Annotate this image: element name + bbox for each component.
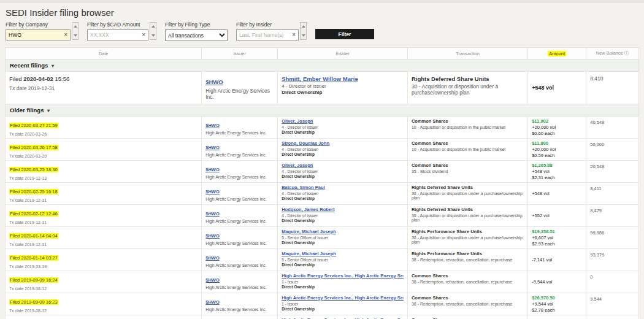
new-balance-cell: 9,544 — [586, 293, 639, 315]
insider-link[interactable]: High Arctic Energy Services Inc., High A… — [282, 273, 404, 279]
filing-row: Filed 2019-09-09 16:23 Tx date 2019-08-1… — [6, 293, 639, 315]
issuer-ticker-link[interactable]: $HWO — [205, 255, 220, 261]
transaction-column-header: Transaction — [407, 48, 527, 60]
filed-date: Filed 2020-03-27 21:59 — [9, 123, 58, 128]
filed-date: Filed 2019-09-09 16:23 — [9, 299, 58, 305]
issuer-cell: $HWO High Arctic Energy Services Inc. — [202, 183, 278, 205]
transaction-type: 30 - Acquisition or disposition under a … — [412, 191, 524, 200]
amount-filter-input[interactable] — [88, 32, 139, 38]
amount-filter-spinner[interactable] — [150, 22, 156, 40]
insider-cell: Maguire, Michael Joseph 5 - Senior Offic… — [278, 249, 408, 271]
spinner-up-icon[interactable] — [74, 25, 77, 28]
security-type: Rights Deferred Share Units — [412, 207, 524, 212]
insider-role: 4 - Director of Issuer — [282, 147, 404, 152]
filing-row-recent: Filed 2020-04-02 15:56 Tx date 2019-12-3… — [6, 72, 639, 104]
insider-link[interactable]: Batcup, Simon Paul — [282, 185, 404, 190]
info-icon[interactable]: ⓘ — [624, 50, 629, 56]
recent-filings-toggle[interactable]: Recent filings ▾ — [6, 60, 639, 72]
clear-insider-icon[interactable]: × — [289, 32, 298, 38]
new-balance-cell: 40,548 — [586, 117, 639, 139]
amount-cell: +548 vol — [528, 72, 586, 104]
security-type: Rights Performance Share Units — [412, 229, 524, 234]
amount-cell: $19,358.51 +6,607 vol $2.93 each — [528, 227, 586, 249]
issuer-ticker-link[interactable]: $HWO — [205, 211, 220, 217]
older-rows-body: Filed 2020-03-27 21:59 Tx date 2020-03-2… — [6, 117, 639, 319]
insider-link[interactable]: Oliver, Joseph — [282, 118, 404, 124]
date-cell: Filed 2019-09-09 16:23 Tx date 2019-08-0… — [6, 315, 202, 319]
clear-amount-icon[interactable]: × — [139, 32, 148, 38]
date-column-header: Date — [6, 48, 202, 60]
amount-volume: -7,141 vol — [532, 257, 582, 263]
insider-filter-spinner[interactable] — [300, 22, 307, 40]
ownership-type: Direct Ownership — [282, 263, 404, 267]
insider-filter-input[interactable] — [237, 32, 289, 38]
issuer-ticker-link[interactable]: $HWO — [205, 167, 220, 172]
date-cell: Filed 2020-01-14 04:04 Tx date 2019-12-3… — [6, 227, 202, 249]
spinner-down-icon[interactable] — [74, 34, 77, 37]
company-filter-spinner[interactable] — [72, 22, 79, 40]
spinner-up-icon[interactable] — [302, 25, 305, 28]
older-filings-toggle[interactable]: Older filings ▾ — [6, 104, 639, 117]
amount-volume: +548 vol — [532, 191, 582, 196]
insider-link[interactable]: Maguire, Michael Joseph — [282, 251, 404, 256]
filing-type-select[interactable]: All transactions — [165, 29, 228, 41]
security-type: Common Shares — [412, 140, 524, 146]
insider-cell: Batcup, Simon Paul 4 - Director of Issue… — [278, 183, 408, 205]
security-type: Common Shares — [412, 163, 524, 168]
issuer-ticker-link[interactable]: $HWO — [205, 145, 220, 150]
issuer-ticker-link[interactable]: $HWO — [205, 299, 220, 305]
spinner-down-icon[interactable] — [302, 34, 305, 37]
clear-company-icon[interactable]: × — [61, 32, 70, 38]
transaction-cell: Rights Deferred Share Units 30 - Acquisi… — [407, 205, 527, 227]
insider-cell: Oliver, Joseph 4 - Director of Issuer Di… — [278, 117, 408, 139]
insider-link[interactable]: Maguire, Michael Joseph — [282, 229, 404, 234]
amount-volume: +20,000 vol — [532, 147, 582, 152]
filing-row: Filed 2020-02-12 12:46 Tx date 2019-12-3… — [6, 205, 639, 227]
issuer-ticker-link[interactable]: $HWO — [205, 233, 220, 239]
security-type: Rights Deferred Share Units — [412, 75, 524, 82]
insider-link[interactable]: Shmitt, Ember Willow Marie — [282, 75, 404, 82]
amount-price-each: $0.59 each — [532, 153, 582, 158]
insider-link[interactable]: High Arctic Energy Services Inc., High A… — [282, 295, 404, 301]
amount-cad: $26,570.50 — [532, 295, 582, 301]
issuer-name: High Arctic Energy Services Inc. — [205, 241, 274, 245]
ownership-type: Direct Ownership — [282, 174, 404, 179]
company-filter-group: Filter by Company × — [6, 21, 79, 40]
tx-date: Tx date 2019-12-31 — [9, 242, 197, 247]
insider-cell: Hodgson, James Robert 4 - Director of Is… — [278, 205, 408, 227]
issuer-ticker-link[interactable]: $HWO — [205, 123, 220, 128]
amount-cad: $1,265.88 — [532, 163, 582, 168]
amount-volume: +20,000 vol — [532, 125, 582, 130]
issuer-ticker-link[interactable]: $HWO — [205, 189, 220, 194]
filing-row: Filed 2020-02-25 16:18 Tx date 2019-12-3… — [6, 183, 639, 205]
company-filter-input[interactable] — [6, 32, 61, 38]
issuer-ticker-link[interactable]: $HWO — [205, 277, 220, 283]
ownership-type: Direct Ownership — [282, 196, 404, 201]
filing-row: Filed 2019-09-09 16:24 Tx date 2019-08-1… — [6, 271, 639, 293]
new-balance-cell: 8,411 — [586, 183, 639, 205]
new-balance-cell: 20,548 — [586, 161, 639, 183]
amount-volume: +548 vol — [532, 85, 582, 91]
insider-column-header: Insider — [278, 48, 408, 60]
insider-role: 1 - Issuer — [282, 302, 404, 306]
new-balance-cell: 0 — [586, 271, 639, 293]
amount-cell: +552 vol — [528, 205, 586, 227]
issuer-ticker-link[interactable]: $HWO — [205, 79, 223, 85]
date-cell: Filed 2020-04-02 15:56 Tx date 2019-12-3… — [6, 72, 202, 104]
date-cell: Filed 2020-02-12 12:46 Tx date 2019-12-3… — [6, 205, 202, 227]
insider-link[interactable]: Hodgson, James Robert — [282, 207, 404, 212]
filing-type-filter-group: Filter by Filing Type All transactions — [165, 21, 228, 41]
spinner-up-icon[interactable] — [151, 25, 155, 28]
older-filings-section: Older filings ▾ — [6, 104, 639, 117]
insider-cell: High Arctic Energy Services Inc., High A… — [278, 293, 408, 315]
ownership-type: Direct Ownership — [282, 307, 404, 311]
spinner-down-icon[interactable] — [151, 34, 155, 37]
insider-link[interactable]: Strong, Douglas John — [282, 140, 404, 146]
new-balance-cell: 0 — [586, 315, 639, 319]
amount-column-header: Amount — [528, 48, 586, 60]
date-cell: Filed 2020-01-14 03:27 Tx date 2019-03-1… — [6, 249, 202, 271]
filter-button[interactable]: Filter — [315, 29, 374, 39]
insider-link[interactable]: Oliver, Joseph — [282, 163, 404, 168]
transaction-type: 38 - Redemption, retraction, cancellatio… — [412, 258, 524, 262]
issuer-name: High Arctic Energy Services Inc. — [205, 175, 274, 179]
